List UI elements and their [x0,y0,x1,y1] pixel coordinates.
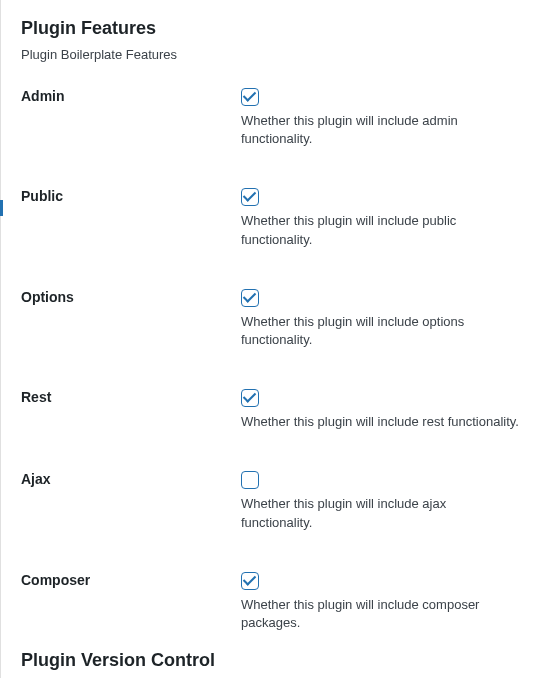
checkbox-public[interactable] [241,188,259,206]
label-rest: Rest [21,389,241,405]
field-rest: Rest Whether this plugin will include re… [21,381,520,431]
field-ajax: Ajax Whether this plugin will include aj… [21,463,520,531]
control-admin: Whether this plugin will include admin f… [241,88,520,148]
checkbox-ajax[interactable] [241,471,259,489]
label-options: Options [21,289,241,305]
control-public: Whether this plugin will include public … [241,188,520,248]
checkbox-composer[interactable] [241,572,259,590]
left-accent [0,200,3,216]
label-ajax: Ajax [21,471,241,487]
control-options: Whether this plugin will include options… [241,289,520,349]
help-options: Whether this plugin will include options… [241,313,520,349]
field-options: Options Whether this plugin will include… [21,281,520,349]
control-ajax: Whether this plugin will include ajax fu… [241,471,520,531]
settings-page: Plugin Features Plugin Boilerplate Featu… [0,0,540,678]
help-admin: Whether this plugin will include admin f… [241,112,520,148]
help-composer: Whether this plugin will include compose… [241,596,520,632]
control-composer: Whether this plugin will include compose… [241,572,520,632]
label-composer: Composer [21,572,241,588]
help-rest: Whether this plugin will include rest fu… [241,413,520,431]
control-rest: Whether this plugin will include rest fu… [241,389,520,431]
features-desc: Plugin Boilerplate Features [21,47,520,62]
content-area: Plugin Features Plugin Boilerplate Featu… [1,0,540,678]
label-public: Public [21,188,241,204]
checkbox-rest[interactable] [241,389,259,407]
field-public: Public Whether this plugin will include … [21,180,520,248]
label-admin: Admin [21,88,241,104]
help-public: Whether this plugin will include public … [241,212,520,248]
checkbox-admin[interactable] [241,88,259,106]
features-title: Plugin Features [21,18,520,39]
checkbox-options[interactable] [241,289,259,307]
version-control-title: Plugin Version Control [21,650,520,671]
field-composer: Composer Whether this plugin will includ… [21,564,520,632]
field-admin: Admin Whether this plugin will include a… [21,80,520,148]
help-ajax: Whether this plugin will include ajax fu… [241,495,520,531]
